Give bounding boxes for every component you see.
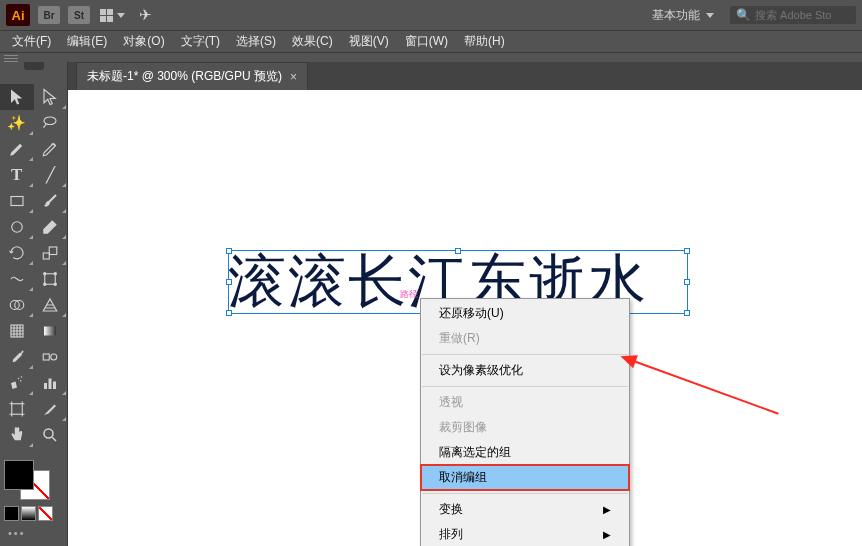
workspace-label: 基本功能 [652,7,700,24]
rectangle-tool[interactable] [0,188,34,214]
rotate-tool[interactable] [0,240,34,266]
context-menu-item: 透视 [421,390,629,415]
line-tool[interactable]: ╱ [34,162,68,188]
close-icon[interactable]: × [290,70,297,84]
svg-point-9 [54,283,56,285]
shaper-tool[interactable] [0,214,34,240]
none-mode[interactable] [38,506,53,521]
chevron-down-icon [117,13,125,18]
color-mode[interactable] [4,506,19,521]
svg-point-23 [44,429,53,438]
app-topbar: Ai Br St ✈ 基本功能 🔍 [0,0,862,30]
gpu-icon[interactable]: ✈ [139,6,152,24]
chevron-right-icon: ▶ [603,529,611,540]
context-menu-separator [422,493,628,494]
hand-tool[interactable] [0,422,34,448]
color-swatches[interactable] [0,456,67,500]
handle[interactable] [455,248,461,254]
context-menu-item[interactable]: 排列▶ [421,522,629,546]
context-menu-label: 取消编组 [439,469,487,486]
context-menu-item[interactable]: 取消编组 [421,465,629,490]
search-box[interactable]: 🔍 [730,6,856,24]
width-tool[interactable] [0,266,34,292]
curvature-tool[interactable] [34,136,68,162]
handle[interactable] [226,310,232,316]
chevron-down-icon [706,13,714,18]
context-menu-label: 裁剪图像 [439,419,487,436]
symbol-sprayer-tool[interactable] [0,370,34,396]
mesh-tool[interactable] [0,318,34,344]
menu-edit[interactable]: 编辑(E) [59,31,115,52]
svg-rect-19 [44,383,47,389]
blend-tool[interactable] [34,344,68,370]
perspective-grid-tool[interactable] [34,292,68,318]
handle[interactable] [684,310,690,316]
context-menu-item[interactable]: 设为像素级优化 [421,358,629,383]
context-menu-label: 还原移动(U) [439,305,504,322]
bridge-icon[interactable]: Br [38,6,60,24]
menu-select[interactable]: 选择(S) [228,31,284,52]
context-menu-label: 重做(R) [439,330,480,347]
context-menu-label: 透视 [439,394,463,411]
arrange-documents[interactable] [100,9,125,22]
eraser-tool[interactable] [34,214,68,240]
pen-tool[interactable] [0,136,34,162]
search-input[interactable] [755,9,850,21]
menu-window[interactable]: 窗口(W) [397,31,456,52]
context-menu-item[interactable]: 还原移动(U) [421,301,629,326]
context-menu-label: 排列 [439,526,463,543]
menu-help[interactable]: 帮助(H) [456,31,513,52]
zoom-tool[interactable] [34,422,68,448]
handle[interactable] [684,248,690,254]
svg-point-2 [12,222,23,233]
svg-rect-4 [50,247,58,255]
context-menu-item: 重做(R) [421,326,629,351]
ai-logo: Ai [6,4,30,26]
direct-selection-tool[interactable] [34,84,68,110]
shape-builder-tool[interactable] [0,292,34,318]
workspace-switcher[interactable]: 基本功能 [644,4,722,27]
lasso-tool[interactable] [34,110,68,136]
menu-file[interactable]: 文件(F) [4,31,59,52]
svg-rect-21 [53,382,56,390]
edit-toolbar[interactable]: ••• [0,527,67,539]
magic-wand-tool[interactable]: ✨ [0,110,34,136]
document-tab[interactable]: 未标题-1* @ 300% (RGB/GPU 预览) × [76,62,308,90]
paintbrush-tool[interactable] [34,188,68,214]
handle[interactable] [684,279,690,285]
fill-swatch[interactable] [4,460,34,490]
handle[interactable] [226,248,232,254]
slice-tool[interactable] [34,396,68,422]
svg-point-18 [20,380,22,382]
type-tool[interactable]: T [0,162,34,188]
stock-icon[interactable]: St [68,6,90,24]
context-menu: 还原移动(U)重做(R)设为像素级优化透视裁剪图像隔离选定的组取消编组变换▶排列… [420,298,630,546]
free-transform-tool[interactable] [34,266,68,292]
menu-type[interactable]: 文字(T) [173,31,228,52]
menu-view[interactable]: 视图(V) [341,31,397,52]
svg-rect-1 [11,197,23,206]
svg-point-6 [44,273,46,275]
column-graph-tool[interactable] [34,370,68,396]
selection-tool[interactable] [0,84,34,110]
svg-point-8 [44,283,46,285]
svg-point-17 [21,376,23,378]
context-menu-separator [422,386,628,387]
scale-tool[interactable] [34,240,68,266]
menu-object[interactable]: 对象(O) [115,31,172,52]
menu-effect[interactable]: 效果(C) [284,31,341,52]
svg-rect-3 [44,253,50,259]
document-tabs: 未标题-1* @ 300% (RGB/GPU 预览) × [0,62,862,90]
context-menu-item[interactable]: 隔离选定的组 [421,440,629,465]
context-menu-item: 裁剪图像 [421,415,629,440]
context-menu-item[interactable]: 变换▶ [421,497,629,522]
eyedropper-tool[interactable] [0,344,34,370]
context-menu-label: 设为像素级优化 [439,362,523,379]
gradient-tool[interactable] [34,318,68,344]
svg-rect-14 [44,354,50,360]
artboard-tool[interactable] [0,396,34,422]
gradient-mode[interactable] [21,506,36,521]
tools-panel: ✨ T ╱ [0,62,68,546]
handle[interactable] [226,279,232,285]
svg-rect-22 [12,404,23,415]
